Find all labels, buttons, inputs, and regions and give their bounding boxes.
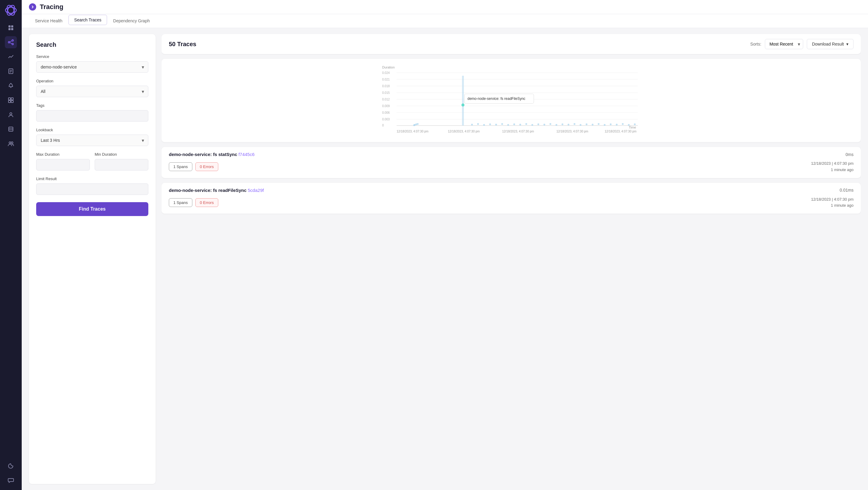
svg-text:12/18/2023, 4:07:30 pm: 12/18/2023, 4:07:30 pm xyxy=(502,130,534,133)
tags-input[interactable] xyxy=(36,110,148,122)
operation-select[interactable]: All xyxy=(36,86,148,97)
trace-card-0-badges: 1 Spans 0 Errors xyxy=(169,162,218,171)
svg-point-56 xyxy=(501,123,503,125)
svg-point-64 xyxy=(550,123,552,125)
min-duration-input[interactable] xyxy=(95,159,148,171)
svg-rect-18 xyxy=(11,98,13,100)
min-duration-label: Min Duration xyxy=(95,152,148,156)
trace-card-0-service: demo-node-service: fs statSync xyxy=(169,152,239,157)
sort-select[interactable]: Most Recent xyxy=(765,39,803,49)
tags-field-group: Tags xyxy=(36,103,148,122)
sidebar-item-logs[interactable] xyxy=(5,65,17,77)
service-select-wrapper: demo-node-service xyxy=(36,61,148,73)
svg-point-61 xyxy=(531,124,533,126)
trace-card-1-errors-badge: 0 Errors xyxy=(195,198,218,207)
max-duration-input[interactable] xyxy=(36,159,90,171)
sidebar-item-grid[interactable] xyxy=(5,94,17,106)
chart-svg-wrapper: Duration 0.024 0.021 0.018 0.015 0.012 0… xyxy=(169,64,854,137)
trace-card-0[interactable]: demo-node-service: fs statSync f7445c6 0… xyxy=(162,147,861,178)
svg-point-62 xyxy=(537,123,539,125)
svg-line-11 xyxy=(10,42,12,44)
svg-point-55 xyxy=(495,124,497,125)
svg-point-59 xyxy=(520,124,521,125)
sidebar-item-chat[interactable] xyxy=(5,474,17,486)
min-duration-field-group: Min Duration xyxy=(95,152,148,171)
svg-point-8 xyxy=(12,40,13,41)
svg-text:0.024: 0.024 xyxy=(382,71,390,75)
trace-card-1-service: demo-node-service: fs readFileSync xyxy=(169,188,248,193)
trace-card-0-header: demo-node-service: fs statSync f7445c6 0… xyxy=(169,152,854,157)
sidebar-item-storage[interactable] xyxy=(5,123,17,135)
svg-point-2 xyxy=(5,4,16,16)
sidebar-item-alerts[interactable] xyxy=(5,80,17,92)
limit-result-label: Limit Result xyxy=(36,176,148,181)
sidebar-item-dashboard[interactable] xyxy=(5,22,17,34)
main-content: Tracing Service Health Search Traces Dep… xyxy=(22,0,868,490)
sort-select-wrapper: Most Recent ▾ xyxy=(765,39,803,49)
trace-card-0-relative-time: 1 minute ago xyxy=(811,167,854,173)
trace-card-0-errors-badge: 0 Errors xyxy=(195,162,218,171)
svg-text:12/18/2023, 4:07:30 pm: 12/18/2023, 4:07:30 pm xyxy=(605,130,637,133)
svg-point-26 xyxy=(11,142,13,144)
trace-card-1-footer: 1 Spans 0 Errors 12/18/2023 | 4:07:30 pm… xyxy=(169,196,854,209)
svg-rect-6 xyxy=(11,28,13,30)
trace-card-0-name: demo-node-service: fs statSync f7445c6 xyxy=(169,152,254,157)
svg-text:demo-node-service: fs readFile: demo-node-service: fs readFileSync xyxy=(468,96,526,101)
svg-point-70 xyxy=(586,123,588,125)
lookback-select[interactable]: Last 3 Hrs xyxy=(36,135,148,146)
svg-point-47 xyxy=(413,124,415,126)
download-result-button[interactable]: Download Result ▾ xyxy=(807,39,854,49)
trace-card-1-header: demo-node-service: fs readFileSync 5cda2… xyxy=(169,188,854,193)
svg-text:12/18/2023, 4:07:30 pm: 12/18/2023, 4:07:30 pm xyxy=(448,130,480,133)
svg-text:12/18/2023, 4:07:30 pm: 12/18/2023, 4:07:30 pm xyxy=(397,130,429,133)
svg-point-53 xyxy=(483,124,485,126)
lookback-label: Lookback xyxy=(36,127,148,132)
svg-rect-4 xyxy=(11,25,13,27)
svg-text:0.009: 0.009 xyxy=(382,105,390,108)
y-axis-label: Duration xyxy=(382,65,395,69)
sidebar-item-analytics[interactable] xyxy=(5,51,17,63)
sidebar-item-tracing[interactable] xyxy=(5,36,17,48)
svg-point-73 xyxy=(604,124,606,126)
find-traces-button[interactable]: Find Traces xyxy=(36,202,148,216)
svg-rect-3 xyxy=(8,25,10,27)
svg-point-52 xyxy=(477,123,479,125)
trace-card-1[interactable]: demo-node-service: fs readFileSync 5cda2… xyxy=(162,183,861,214)
sorts-label: Sorts: xyxy=(750,41,762,47)
svg-text:0.018: 0.018 xyxy=(382,85,390,88)
tabs-bar: Service Health Search Traces Dependency … xyxy=(22,14,868,28)
tab-service-health[interactable]: Service Health xyxy=(29,14,68,28)
operation-label: Operation xyxy=(36,79,148,83)
svg-point-54 xyxy=(489,123,491,125)
svg-point-25 xyxy=(9,142,11,144)
svg-rect-5 xyxy=(8,28,10,30)
operation-select-wrapper: All xyxy=(36,86,148,97)
svg-text:0.003: 0.003 xyxy=(382,118,390,121)
trace-card-0-id: f7445c6 xyxy=(239,152,254,157)
duration-row: Max Duration Min Duration xyxy=(36,152,148,171)
download-result-label: Download Result xyxy=(812,41,844,47)
trace-card-1-timestamp: 12/18/2023 | 4:07:30 pm xyxy=(811,196,854,203)
limit-result-input[interactable] xyxy=(36,183,148,195)
trace-card-1-name: demo-node-service: fs readFileSync 5cda2… xyxy=(169,188,264,193)
sidebar-item-theme[interactable] xyxy=(5,460,17,472)
svg-point-57 xyxy=(507,124,509,126)
sidebar-item-team[interactable] xyxy=(5,138,17,150)
service-select[interactable]: demo-node-service xyxy=(36,61,148,73)
svg-text:0.006: 0.006 xyxy=(382,111,390,114)
tab-dependency-graph[interactable]: Dependency Graph xyxy=(107,14,156,28)
sidebar-item-user[interactable] xyxy=(5,109,17,121)
svg-text:0: 0 xyxy=(382,124,384,127)
content-area: Search Service demo-node-service Operati… xyxy=(22,28,868,490)
svg-point-48 xyxy=(417,123,419,125)
svg-point-63 xyxy=(544,124,546,125)
svg-point-69 xyxy=(580,124,582,126)
svg-point-65 xyxy=(556,124,557,126)
svg-text:0.015: 0.015 xyxy=(382,91,390,94)
tab-search-traces[interactable]: Search Traces xyxy=(68,15,107,25)
results-header: 50 Traces Sorts: Most Recent ▾ Download … xyxy=(162,34,861,54)
svg-point-58 xyxy=(514,123,515,125)
svg-point-66 xyxy=(562,123,563,125)
svg-point-50 xyxy=(462,104,465,107)
search-panel: Search Service demo-node-service Operati… xyxy=(29,34,156,484)
